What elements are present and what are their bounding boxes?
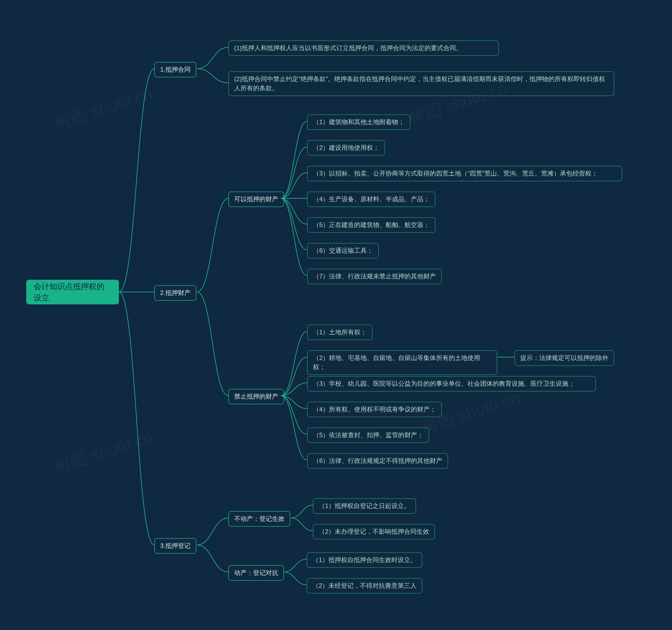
watermark: 树图 shutu.cn [51,426,155,479]
node-allowed-2[interactable]: （2）建设用地使用权； [307,140,385,156]
node-movable-1[interactable]: （1）抵押权自抵押合同生效时设立。 [307,552,422,568]
node-allowed-1[interactable]: （1）建筑物和其他土地附着物； [307,115,410,130]
node-movable[interactable]: 动产：登记对抗 [229,565,284,581]
node-realestate-1[interactable]: （1）抵押权自登记之日起设立。 [313,498,416,514]
node-contract-2[interactable]: (2)抵押合同中禁止约定“绝押条款”。绝押条款指在抵押合同中约定，当主债权已届满… [229,71,614,96]
node-allowed[interactable]: 可以抵押的财产 [229,192,284,207]
node-movable-2[interactable]: （2）未经登记，不得对抗善意第三人 [307,578,422,594]
node-allowed-4[interactable]: （4）生产设备、原材料、半成品、产品； [307,192,435,207]
node-forbidden-5[interactable]: （5）依法被查封、扣押、监管的财产； [307,427,429,443]
node-allowed-7[interactable]: （7）法律、行政法规未禁止抵押的其他财产 [307,269,442,284]
node-forbidden-2-tip[interactable]: 提示：法律规定可以抵押的除外 [514,350,614,366]
node-realestate[interactable]: 不动产：登记生效 [229,511,290,527]
node-contract-1[interactable]: (1)抵押人和抵押权人应当以书面形式订立抵押合同，抵押合同为法定的要式合同。 [229,41,499,56]
node-contract[interactable]: 1.抵押合同 [154,62,196,77]
node-forbidden-6[interactable]: （6）法律、行政法规规定不得抵押的其他财产 [307,453,448,469]
node-allowed-3[interactable]: （3）以招标、拍卖、公开协商等方式取得的四荒土地（“四荒”荒山、荒沟、荒丘、荒滩… [307,166,622,181]
watermark: 树图 shutu.cn [51,82,155,135]
node-forbidden-4[interactable]: （4）所有权、使用权不明或有争议的财产； [307,402,442,417]
node-forbidden[interactable]: 禁止抵押的财产 [229,389,284,404]
node-property[interactable]: 2.抵押财产 [154,285,196,301]
node-forbidden-2[interactable]: （2）耕地、宅基地、自留地、自留山等集体所有的土地使用权； [307,350,497,375]
node-allowed-6[interactable]: （6）交通运输工具； [307,243,379,258]
root-node[interactable]: 会计知识点抵押权的设立 [26,280,119,304]
node-allowed-5[interactable]: （5）正在建造的建筑物、船舶、航空器； [307,217,435,233]
node-realestate-2[interactable]: （2）未办理登记，不影响抵押合同生效 [313,524,435,539]
node-forbidden-1[interactable]: （1）土地所有权； [307,325,373,340]
node-register[interactable]: 3.抵押登记 [154,538,196,554]
node-forbidden-3[interactable]: （3）学校、幼儿园、医院等以公益为目的的事业单位、社会团体的教育设施、医疗卫生设… [307,376,596,392]
